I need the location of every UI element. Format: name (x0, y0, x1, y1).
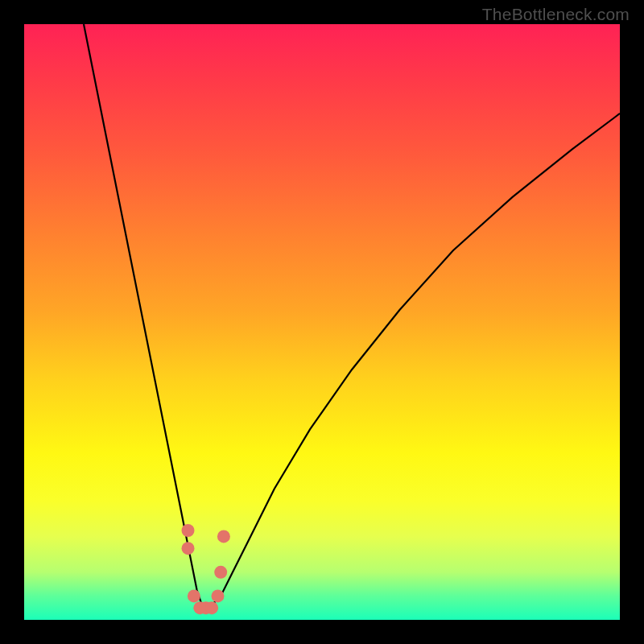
watermark-text: TheBottleneck.com (482, 5, 630, 24)
data-point (217, 530, 230, 543)
data-point (205, 601, 218, 614)
curve-svg (24, 24, 620, 620)
data-point (214, 566, 227, 579)
bottleneck-curve (84, 24, 620, 608)
chart-frame: TheBottleneck.com (0, 0, 644, 644)
plot-area (24, 24, 620, 620)
data-point (212, 589, 225, 602)
marker-group (182, 524, 230, 614)
data-point (182, 542, 195, 555)
data-point (182, 524, 195, 537)
data-point (188, 589, 200, 602)
